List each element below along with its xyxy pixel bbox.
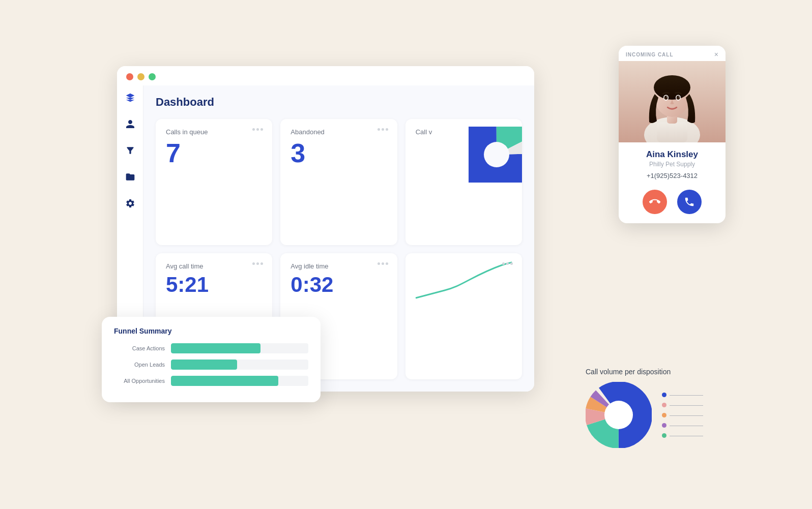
metric-value-abandoned: 3 [291,140,387,166]
legend-label-1: —————— [670,392,703,398]
popup-header: INCOMING CALL × [619,46,726,61]
metric-value-calls-in-queue: 7 [166,140,262,166]
incoming-call-popup: INCOMING CALL × [619,46,726,223]
metric-menu-dots-avgcall[interactable] [252,262,263,265]
legend-item-1: —————— [662,392,703,398]
metric-menu-dots-avgidle[interactable] [378,262,388,265]
call-actions [619,190,726,223]
metric-label-abandoned: Abandoned [291,128,387,136]
metric-menu-dots-line[interactable] [502,262,513,265]
funnel-bar-track-case-actions [171,343,308,353]
caller-name: Aina Kinsley [627,149,717,160]
metric-label-calls-in-queue: Calls in queue [166,128,262,136]
page-title: Dashboard [156,96,522,109]
svg-point-13 [666,97,668,98]
caller-info: Aina Kinsley Philly Pet Supply +1(925)52… [619,142,726,190]
traffic-light-red[interactable] [126,73,133,80]
sidebar-icon-filters[interactable] [123,143,137,158]
funnel-bar-fill-all-opportunities [171,376,278,386]
metric-value-avg-idle-time: 0:32 [291,274,387,295]
svg-point-16 [678,97,679,98]
call-volume-title: Call volume per disposition [586,368,733,376]
call-volume-section: Call volume per disposition [586,368,733,448]
legend-item-5: —————— [662,432,703,438]
funnel-bar-fill-case-actions [171,343,260,353]
funnel-bar-fill-open-leads [171,360,237,370]
svg-point-9 [654,75,690,100]
metric-card-calls-in-queue: Calls in queue 7 [156,119,272,245]
sidebar-icon-settings[interactable] [123,196,137,211]
metric-value-avg-call-time: 5:21 [166,274,262,295]
metric-card-line-chart [405,253,522,379]
caller-photo [619,61,726,142]
legend-label-4: —————— [670,422,703,428]
traffic-light-yellow[interactable] [137,73,144,80]
caller-company: Philly Pet Supply [627,161,717,168]
funnel-bar-label-all-opportunities: All Opportunities [114,378,165,384]
legend-item-4: —————— [662,422,703,428]
funnel-summary-title: Funnel Summary [114,327,308,335]
funnel-bar-label-open-leads: Open Leads [114,362,165,368]
metric-menu-dots[interactable] [252,128,263,131]
legend-label-5: —————— [670,432,703,438]
accept-call-button[interactable] [677,190,702,214]
metric-label-call-volume: Call v [416,128,432,136]
legend-dot-pink [662,403,666,407]
funnel-bar-track-open-leads [171,360,308,370]
funnel-bar-track-all-opportunities [171,376,308,386]
legend-item-3: —————— [662,412,703,418]
traffic-light-green[interactable] [149,73,156,80]
mini-pie-chart [469,127,522,185]
metric-card-abandoned: Abandoned 3 [280,119,397,245]
funnel-bar-label-case-actions: Case Actions [114,345,165,351]
svg-point-23 [604,401,633,429]
sidebar-icon-contacts[interactable] [123,117,137,131]
funnel-bar-row-all-opportunities: All Opportunities [114,376,308,386]
legend-dot-purple [662,423,666,428]
legend-dot-blue [662,393,666,397]
funnel-summary-popup: Funnel Summary Case Actions Open Leads A… [102,317,321,402]
donut-chart [586,382,652,448]
svg-point-12 [665,97,666,98]
decline-call-button[interactable] [643,190,667,214]
caller-phone: +1(925)523-4312 [627,172,717,179]
metric-menu-dots-abandoned[interactable] [378,128,388,131]
metric-card-call-volume: Call v [405,119,522,245]
svg-rect-6 [657,122,687,142]
sidebar-icon-files[interactable] [123,170,137,184]
line-chart-svg [416,262,512,303]
funnel-bar-row-case-actions: Case Actions [114,343,308,353]
window-titlebar [117,66,534,85]
legend-item-2: —————— [662,402,703,408]
call-volume-chart-area: —————— —————— —————— —————— —————— [586,382,733,448]
metric-label-avg-call-time: Avg call time [166,262,262,270]
svg-point-17 [679,97,680,98]
legend-dot-green [662,433,666,438]
metric-label-avg-idle-time: Avg idle time [291,262,387,270]
legend-dot-orange [662,413,666,417]
popup-title: INCOMING CALL [626,52,674,57]
svg-point-3 [484,142,509,167]
legend-label-2: —————— [670,402,703,408]
funnel-bar-row-open-leads: Open Leads [114,360,308,370]
popup-close-button[interactable]: × [714,51,718,58]
legend-label-3: —————— [670,412,703,418]
sidebar-icon-dashboard[interactable] [123,91,137,105]
donut-legend: —————— —————— —————— —————— —————— [662,392,703,438]
